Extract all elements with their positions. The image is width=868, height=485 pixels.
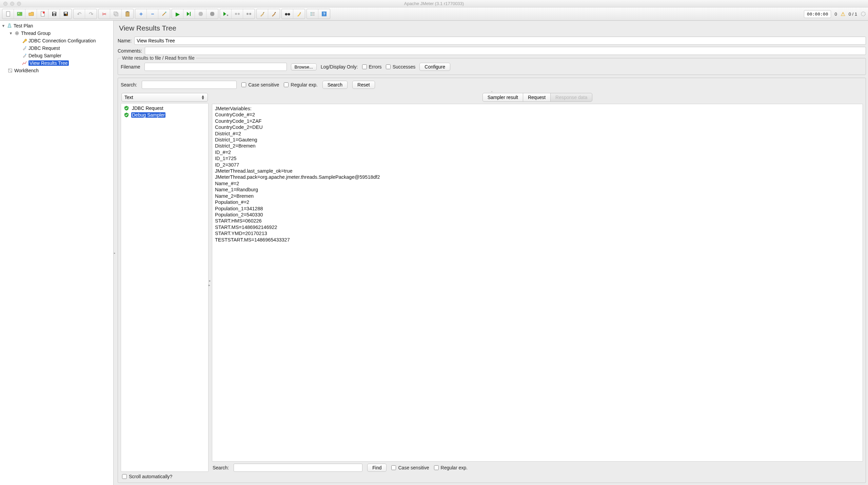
svg-point-20 bbox=[249, 13, 251, 15]
response-text[interactable]: JMeterVariables: CountryCode_#=2 Country… bbox=[212, 104, 863, 462]
find-button[interactable]: Find bbox=[367, 464, 387, 472]
result-item[interactable]: JDBC Request bbox=[122, 105, 208, 112]
results-splitter[interactable]: ◂▸ bbox=[209, 93, 212, 472]
svg-point-14 bbox=[165, 12, 166, 13]
function-helper-button[interactable] bbox=[307, 9, 318, 19]
results-list[interactable]: JDBC Request Debug Sampler bbox=[121, 103, 209, 472]
chevron-updown-icon: ▲▼ bbox=[201, 95, 205, 99]
copy-icon bbox=[114, 12, 118, 16]
tab-response-data[interactable]: Response data bbox=[550, 93, 592, 102]
chevron-down-icon[interactable]: ▼ bbox=[9, 31, 13, 35]
help-button[interactable]: ? bbox=[318, 9, 330, 19]
start-no-pause-button[interactable] bbox=[183, 9, 195, 19]
filename-input[interactable] bbox=[144, 63, 287, 71]
search-input[interactable] bbox=[142, 81, 237, 89]
name-input[interactable] bbox=[134, 37, 866, 45]
svg-point-35 bbox=[25, 46, 26, 47]
save-as-button[interactable] bbox=[60, 9, 72, 19]
templates-button[interactable] bbox=[14, 9, 25, 19]
renderer-combo[interactable]: Text ▲▼ bbox=[121, 93, 208, 102]
svg-rect-12 bbox=[126, 12, 129, 16]
main-panel: View Results Tree Name: Comments: Write … bbox=[116, 21, 868, 485]
tab-sampler-result[interactable]: Sampler result bbox=[482, 93, 523, 102]
tree-view-results[interactable]: View Results Tree bbox=[0, 59, 113, 67]
minimize-window-icon[interactable] bbox=[10, 2, 14, 6]
shutdown-button[interactable] bbox=[206, 9, 218, 19]
bottom-case-checkbox[interactable]: Case sensitive bbox=[391, 465, 429, 470]
svg-point-32 bbox=[861, 12, 865, 16]
configure-button[interactable]: Configure bbox=[419, 63, 450, 71]
redo-button[interactable]: ↷ bbox=[85, 9, 97, 19]
stop-button[interactable] bbox=[195, 9, 206, 19]
tree-jdbc-connection[interactable]: JDBC Connection Configuration bbox=[0, 37, 113, 44]
successes-label: Successes bbox=[393, 64, 416, 70]
close-button[interactable] bbox=[37, 9, 48, 19]
tree-testplan[interactable]: ▼ Test Plan bbox=[0, 22, 113, 30]
remote-shutdown-button[interactable] bbox=[243, 9, 255, 19]
undo-button[interactable]: ↶ bbox=[74, 9, 85, 19]
window-controls bbox=[0, 2, 21, 6]
warning-icon[interactable]: ⚠ bbox=[841, 11, 845, 17]
start-button[interactable]: ▶ bbox=[172, 9, 183, 19]
toggle-button[interactable] bbox=[158, 9, 170, 19]
result-name: Debug Sampler bbox=[131, 112, 165, 118]
scroll-auto-checkbox[interactable]: Scroll automatically? bbox=[122, 474, 862, 479]
file-icon bbox=[5, 11, 11, 17]
svg-point-19 bbox=[246, 13, 249, 15]
shutdown-icon bbox=[210, 12, 215, 16]
tree-workbench[interactable]: WorkBench bbox=[0, 67, 113, 74]
paste-button[interactable] bbox=[122, 9, 133, 19]
case-checkbox[interactable]: Case sensitive bbox=[241, 82, 279, 88]
tab-request[interactable]: Request bbox=[523, 93, 551, 102]
comments-input[interactable] bbox=[145, 47, 866, 55]
reset-search-button[interactable] bbox=[293, 9, 305, 19]
svg-rect-28 bbox=[311, 15, 312, 16]
test-plan-tree[interactable]: ▼ Test Plan ▼ Thread Group JDBC Connecti… bbox=[0, 21, 114, 485]
titlebar: Apache JMeter (3.1 r1770033) bbox=[0, 0, 868, 7]
errors-checkbox[interactable]: Errors bbox=[362, 64, 382, 70]
reset-button[interactable]: Reset bbox=[352, 81, 375, 89]
clear-button[interactable] bbox=[257, 9, 268, 19]
broom-yellow-icon bbox=[296, 11, 302, 17]
new-button[interactable] bbox=[2, 9, 14, 19]
toolbar: ↶ ↷ ✂ ＋ － ▶ ? 00:00:00 0 ⚠ 0 / 1 bbox=[0, 7, 868, 21]
search-button[interactable]: Search bbox=[322, 81, 348, 89]
svg-point-22 bbox=[288, 13, 290, 16]
pipette-icon bbox=[22, 53, 27, 58]
svg-rect-25 bbox=[312, 12, 315, 13]
broom-icon bbox=[260, 11, 265, 17]
list-icon bbox=[310, 12, 315, 16]
bottom-search-input[interactable] bbox=[234, 464, 362, 472]
svg-rect-3 bbox=[41, 12, 44, 16]
svg-point-16 bbox=[227, 15, 228, 16]
chevron-down-icon[interactable]: ▼ bbox=[1, 24, 5, 28]
expand-button[interactable]: ＋ bbox=[135, 9, 147, 19]
tree-jdbc-request[interactable]: JDBC Request bbox=[0, 44, 113, 52]
open-button[interactable] bbox=[25, 9, 37, 19]
bottom-regex-checkbox[interactable]: Regular exp. bbox=[434, 465, 468, 470]
name-label: Name: bbox=[118, 38, 132, 43]
svg-rect-9 bbox=[64, 12, 67, 14]
tree-debug-sampler[interactable]: Debug Sampler bbox=[0, 52, 113, 59]
regex-checkbox[interactable]: Regular exp. bbox=[284, 82, 317, 88]
save-button[interactable] bbox=[48, 9, 60, 19]
collapse-button[interactable]: － bbox=[147, 9, 158, 19]
svg-rect-11 bbox=[115, 13, 118, 16]
copy-button[interactable] bbox=[110, 9, 122, 19]
result-item[interactable]: Debug Sampler bbox=[122, 112, 208, 118]
remote-start-button[interactable] bbox=[220, 9, 232, 19]
successes-checkbox[interactable]: Successes bbox=[386, 64, 416, 70]
zoom-window-icon[interactable] bbox=[17, 2, 21, 6]
cut-button[interactable]: ✂ bbox=[99, 9, 110, 19]
play-icon: ▶ bbox=[176, 11, 180, 17]
browse-button[interactable]: Browse... bbox=[291, 63, 317, 71]
clear-all-button[interactable] bbox=[268, 9, 280, 19]
horizontal-splitter[interactable] bbox=[121, 91, 863, 92]
tree-threadgroup[interactable]: ▼ Thread Group bbox=[0, 30, 113, 37]
remote-stop-button[interactable] bbox=[232, 9, 243, 19]
vertical-splitter[interactable] bbox=[114, 21, 116, 485]
tree-label: Debug Sampler bbox=[28, 53, 61, 58]
search-tree-button[interactable] bbox=[282, 9, 293, 19]
errors-label: Errors bbox=[369, 64, 382, 70]
close-window-icon[interactable] bbox=[3, 2, 7, 6]
